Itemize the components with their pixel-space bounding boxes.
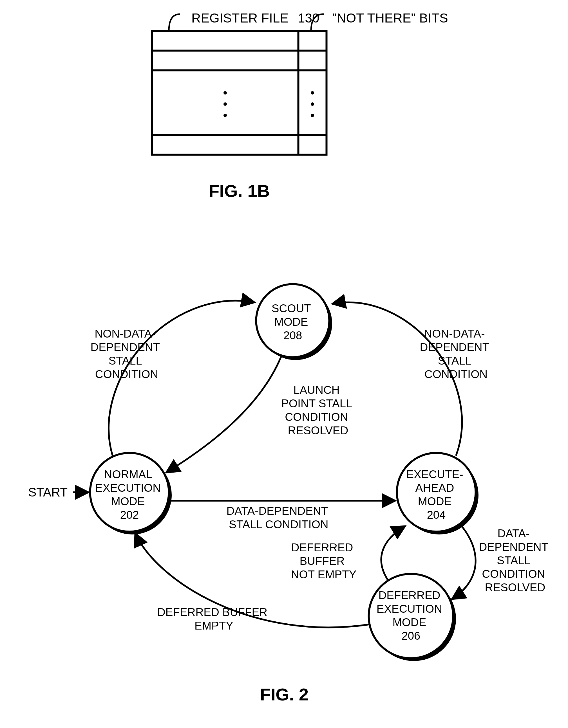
state-execute-ahead-mode: EXECUTE- AHEAD MODE 204 [397,453,479,534]
label-exec-to-scout: NON-DATA- DEPENDENT STALL CONDITION [420,327,492,380]
not-there-bits-label: "NOT THERE" BITS [332,11,448,25]
exec-line2: AHEAD [416,482,454,494]
normal-line2: EXECUTION [95,482,161,494]
state-scout-mode: SCOUT MODE 208 [256,284,332,360]
svg-point-4 [223,91,227,95]
exec-line3: MODE [418,495,452,507]
defer-line3: MODE [392,616,426,628]
diagram-canvas: REGISTER FILE 130 "NOT THERE" BITS FIG. … [0,0,568,728]
register-file-table [152,31,327,155]
state-normal-execution-mode: NORMAL EXECUTION MODE 202 [90,453,172,534]
defer-line2: EXECUTION [377,603,442,615]
normal-line3: MODE [111,495,145,507]
state-deferred-execution-mode: DEFERRED EXECUTION MODE 206 [369,574,456,661]
svg-point-6 [223,114,227,117]
register-file-label: REGISTER FILE 130 [191,11,320,25]
label-normal-to-exec: DATA-DEPENDENT STALL CONDITION [226,505,331,531]
svg-point-7 [311,91,314,95]
fig-2: SCOUT MODE 208 NORMAL EXECUTION MODE 202… [28,284,551,704]
fig-1b-caption: FIG. 1B [208,181,269,201]
scout-line1: SCOUT [271,302,311,314]
svg-point-8 [311,102,314,106]
normal-num: 202 [120,509,139,521]
scout-line2: MODE [274,316,308,328]
label-defer-to-exec: DEFERRED BUFFER NOT EMPTY [291,541,357,581]
defer-line1: DEFERRED [378,589,440,601]
register-file-label-text: REGISTER FILE [191,11,289,25]
edge-defer-to-exec [381,526,405,581]
label-scout-to-normal: LAUNCH POINT STALL CONDITION RESOLVED [281,384,355,437]
scout-num: 208 [283,329,302,341]
fig-2-caption: FIG. 2 [260,685,309,704]
svg-point-5 [223,102,227,106]
ellipsis-dots-left [223,91,227,117]
label-exec-to-defer: DATA- DEPENDENT STALL CONDITION RESOLVED [479,527,551,594]
start-label: START [28,485,68,499]
label-defer-to-normal: DEFERRED BUFFER EMPTY [157,606,270,632]
ellipsis-dots-right [311,91,314,117]
exec-line1: EXECUTE- [406,468,463,480]
edge-exec-to-defer [452,526,476,599]
exec-num: 204 [427,509,446,521]
fig-1b: REGISTER FILE 130 "NOT THERE" BITS FIG. … [152,11,448,201]
edge-scout-to-normal [166,356,281,473]
normal-line1: NORMAL [104,468,152,480]
svg-point-9 [311,114,314,117]
register-file-label-num: 130 [298,11,320,25]
defer-num: 206 [402,630,421,642]
label-normal-to-scout: NON-DATA- DEPENDENT STALL CONDITION [90,327,163,380]
